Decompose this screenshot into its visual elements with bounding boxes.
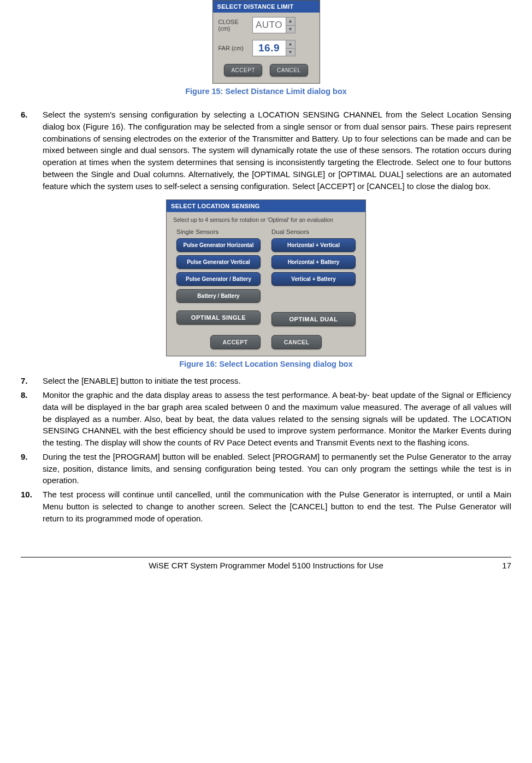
cancel-button[interactable]: CANCEL xyxy=(270,64,308,77)
footer-title: WiSE CRT System Programmer Model 5100 In… xyxy=(149,561,383,570)
dual-sensor-button[interactable]: Vertical + Battery xyxy=(271,272,356,286)
step-number: 6. xyxy=(21,109,43,192)
select-distance-limit-dialog: SELECT DISTANCE LIMIT CLOSE (cm) AUTO ▲ … xyxy=(212,0,320,84)
accept-button[interactable]: ACCEPT xyxy=(210,335,261,349)
dialog-title: SELECT DISTANCE LIMIT xyxy=(213,1,320,13)
figure-16-caption: Figure 16: Select Location Sensing dialo… xyxy=(21,360,511,368)
step-number: 10. xyxy=(21,489,43,524)
close-up-icon[interactable]: ▲ xyxy=(286,17,295,25)
single-sensor-button[interactable]: Pulse Generator / Battery xyxy=(176,272,261,286)
page-number: 17 xyxy=(502,561,511,570)
single-sensor-button[interactable]: Pulse Generator Horizontal xyxy=(176,238,261,252)
step-text: Select the [ENABLE] button to initiate t… xyxy=(43,375,511,387)
page-footer: WiSE CRT System Programmer Model 5100 In… xyxy=(21,557,511,570)
close-label: CLOSE (cm) xyxy=(218,19,252,32)
dual-sensor-button[interactable]: Horizontal + Vertical xyxy=(271,238,356,252)
single-sensor-button[interactable]: Pulse Generator Vertical xyxy=(176,255,261,269)
select-location-sensing-dialog: SELECT LOCATION SENSING Select up to 4 s… xyxy=(166,199,366,356)
far-label: FAR (cm) xyxy=(218,45,252,51)
dual-sensor-button[interactable]: Horizontal + Battery xyxy=(271,255,356,269)
close-value: AUTO xyxy=(253,17,286,33)
step-number: 9. xyxy=(21,451,43,486)
single-sensor-button[interactable]: Battery / Battery xyxy=(176,289,261,303)
step-number: 8. xyxy=(21,389,43,449)
dialog-subtitle: Select up to 4 sensors for rotation or '… xyxy=(167,212,365,228)
dialog-title: SELECT LOCATION SENSING xyxy=(167,200,365,212)
far-down-icon[interactable]: ▼ xyxy=(286,48,295,56)
step-text: The test process will continue until can… xyxy=(43,489,511,524)
figure-15-caption: Figure 15: Select Distance Limit dialog … xyxy=(21,87,511,96)
close-down-icon[interactable]: ▼ xyxy=(286,25,295,33)
accept-button[interactable]: ACCEPT xyxy=(224,64,262,77)
single-sensors-header: Single Sensors xyxy=(176,228,261,235)
cancel-button[interactable]: CANCEL xyxy=(271,335,322,349)
step-text: Select the system's sensing configuratio… xyxy=(43,109,511,192)
close-spinner[interactable]: AUTO ▲ ▼ xyxy=(252,17,295,33)
far-value: 16.9 xyxy=(253,40,286,56)
far-up-icon[interactable]: ▲ xyxy=(286,40,295,48)
optimal-dual-button[interactable]: OPTIMAL DUAL xyxy=(271,312,356,326)
dual-sensors-header: Dual Sensors xyxy=(271,228,356,235)
optimal-single-button[interactable]: OPTIMAL SINGLE xyxy=(176,310,261,325)
step-text: During the test the [PROGRAM] button wil… xyxy=(43,451,511,486)
step-number: 7. xyxy=(21,375,43,387)
step-text: Monitor the graphic and the data display… xyxy=(43,389,511,449)
far-spinner[interactable]: 16.9 ▲ ▼ xyxy=(252,40,295,56)
